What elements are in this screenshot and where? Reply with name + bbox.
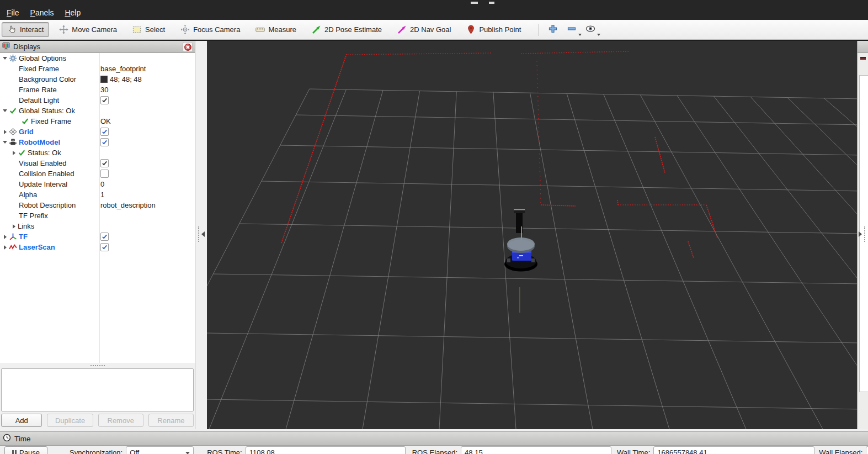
displays-button-row: AddDuplicateRemoveRename bbox=[1, 414, 194, 427]
tool-focus-camera[interactable]: Focus Camera bbox=[175, 22, 246, 37]
rename-button: Rename bbox=[148, 414, 194, 427]
value-alpha[interactable]: 1 bbox=[100, 189, 104, 200]
check-icon bbox=[21, 117, 31, 125]
menu-file[interactable]: File bbox=[1, 7, 25, 19]
expander-closed-icon[interactable] bbox=[10, 151, 18, 155]
value-laserscan[interactable] bbox=[100, 242, 109, 252]
tree-row-laserscan[interactable]: LaserScan bbox=[0, 242, 195, 252]
tool-visibility-button[interactable] bbox=[583, 22, 598, 37]
expander-closed-icon[interactable] bbox=[1, 235, 9, 239]
tool-2d-nav-goal[interactable]: 2D Nav Goal bbox=[392, 22, 456, 37]
expander-open-icon[interactable] bbox=[1, 57, 9, 60]
robot-model bbox=[504, 209, 537, 313]
add-button[interactable]: Add bbox=[1, 414, 42, 427]
chevron-down-icon bbox=[185, 452, 190, 454]
wall-elapsed-label: Wall Elapsed: bbox=[819, 448, 862, 454]
tree-row-frame-rate[interactable]: Frame Rate30 bbox=[0, 85, 195, 95]
interact-icon bbox=[7, 25, 17, 34]
displays-icon bbox=[2, 42, 10, 52]
tree-row-background-color[interactable]: Background Color48; 48; 48 bbox=[0, 74, 195, 85]
tree-row-global-status-ok[interactable]: Global Status: Ok bbox=[0, 105, 195, 116]
displays-panel-header: Displays bbox=[0, 41, 195, 53]
value-robotmodel[interactable] bbox=[100, 137, 109, 147]
tool-2d-pose-estimate[interactable]: 2D Pose Estimate bbox=[306, 22, 387, 37]
synchronization-value: Off bbox=[130, 448, 139, 454]
checkbox-default-light[interactable] bbox=[100, 96, 109, 104]
wall-time-field[interactable]: 1686557848.41 bbox=[653, 446, 814, 454]
tree-row-grid[interactable]: Grid bbox=[0, 126, 195, 137]
value-update-interval[interactable]: 0 bbox=[100, 179, 104, 189]
laser-icon bbox=[9, 243, 19, 251]
left-panel-splitter[interactable] bbox=[195, 41, 207, 429]
minus-icon bbox=[567, 24, 577, 35]
synchronization-select[interactable]: Off bbox=[126, 446, 194, 454]
add-tool-button[interactable] bbox=[546, 22, 560, 37]
tool-measure[interactable]: Measure bbox=[250, 22, 302, 37]
expander-closed-icon[interactable] bbox=[1, 245, 9, 250]
value-visual-enabled[interactable] bbox=[100, 158, 109, 168]
value-fixed-frame[interactable]: OK bbox=[100, 116, 111, 126]
tree-row-links[interactable]: Links bbox=[0, 221, 195, 231]
right-panel-strip[interactable] bbox=[857, 41, 868, 429]
toolbar: InteractMove CameraSelectFocus CameraMea… bbox=[0, 20, 868, 40]
value-background-color[interactable]: 48; 48; 48 bbox=[100, 74, 142, 85]
pause-button[interactable]: Pause bbox=[4, 446, 47, 454]
tree-label-global-options: Global Options bbox=[19, 54, 66, 62]
menu-help[interactable]: Help bbox=[59, 7, 86, 19]
checkbox-grid[interactable] bbox=[100, 128, 109, 136]
tool-publish-point[interactable]: Publish Point bbox=[461, 22, 526, 37]
tree-row-default-light[interactable]: Default Light bbox=[0, 95, 195, 105]
tree-row-visual-enabled[interactable]: Visual Enabled bbox=[0, 158, 195, 168]
close-displays-button[interactable] bbox=[183, 42, 193, 52]
tree-row-update-interval[interactable]: Update Interval0 bbox=[0, 179, 195, 189]
tree-row-fixed-frame[interactable]: Fixed FrameOK bbox=[0, 116, 195, 126]
right-panel-header-sliver bbox=[858, 41, 868, 53]
tree-row-alpha[interactable]: Alpha1 bbox=[0, 189, 195, 200]
value-fixed-frame[interactable]: base_footprint bbox=[100, 64, 146, 74]
ros-elapsed-label: ROS Elapsed: bbox=[412, 448, 457, 454]
tree-row-fixed-frame[interactable]: Fixed Framebase_footprint bbox=[0, 64, 195, 74]
ros-elapsed-field[interactable]: 48.15 bbox=[461, 446, 611, 454]
tree-row-tf-prefix[interactable]: TF Prefix bbox=[0, 210, 195, 221]
menu-panels[interactable]: Panels bbox=[25, 7, 60, 19]
tree-row-robot-description[interactable]: Robot Descriptionrobot_description bbox=[0, 200, 195, 210]
time-panel-title: Time bbox=[14, 435, 31, 443]
ros-time-field[interactable]: 1108.08 bbox=[246, 446, 406, 454]
tool-select[interactable]: Select bbox=[127, 22, 171, 37]
tool-move-camera[interactable]: Move Camera bbox=[54, 22, 123, 37]
tree-label-fixed-frame: Fixed Frame bbox=[31, 117, 71, 125]
expander-open-icon[interactable] bbox=[1, 141, 9, 144]
tree-row-tf[interactable]: TF bbox=[0, 231, 195, 242]
tree-row-status-ok[interactable]: Status: Ok bbox=[0, 147, 195, 158]
tree-row-collision-enabled[interactable]: Collision Enabled bbox=[0, 168, 195, 179]
pause-icon bbox=[12, 450, 17, 454]
expander-closed-icon[interactable] bbox=[10, 224, 18, 229]
checkbox-tf[interactable] bbox=[100, 233, 109, 241]
value-robot-description[interactable]: robot_description bbox=[100, 200, 156, 210]
wall-elapsed-field[interactable]: 48.15 bbox=[866, 446, 868, 454]
tree-label-global-status-ok: Global Status: Ok bbox=[19, 107, 75, 115]
select-icon bbox=[132, 25, 142, 34]
collapse-right-arrow-icon[interactable] bbox=[859, 231, 862, 237]
checkbox-laserscan[interactable] bbox=[100, 243, 109, 251]
expander-open-icon[interactable] bbox=[1, 109, 9, 112]
value-default-light[interactable] bbox=[100, 95, 109, 105]
value-frame-rate[interactable]: 30 bbox=[100, 85, 108, 95]
checkbox-visual-enabled[interactable] bbox=[100, 159, 109, 167]
tree-row-global-options[interactable]: Global Options bbox=[0, 53, 195, 64]
displays-splitter-handle[interactable] bbox=[0, 363, 195, 368]
checkbox-collision-enabled[interactable] bbox=[100, 170, 109, 178]
value-grid[interactable] bbox=[100, 126, 109, 137]
tool-interact[interactable]: Interact bbox=[2, 22, 49, 37]
value-collision-enabled[interactable] bbox=[100, 168, 109, 179]
checkbox-robotmodel[interactable] bbox=[100, 138, 109, 146]
collapse-left-arrow-icon[interactable] bbox=[201, 231, 205, 237]
3d-viewport[interactable] bbox=[207, 41, 857, 429]
grid-icon bbox=[9, 128, 19, 136]
remove-tool-button[interactable] bbox=[565, 22, 579, 37]
expander-closed-icon[interactable] bbox=[1, 130, 9, 134]
tree-label-robotmodel: RobotModel bbox=[19, 138, 60, 146]
value-tf[interactable] bbox=[100, 231, 109, 242]
tree-row-robotmodel[interactable]: RobotModel bbox=[0, 137, 195, 147]
wall-time-label: Wall Time: bbox=[617, 448, 650, 454]
